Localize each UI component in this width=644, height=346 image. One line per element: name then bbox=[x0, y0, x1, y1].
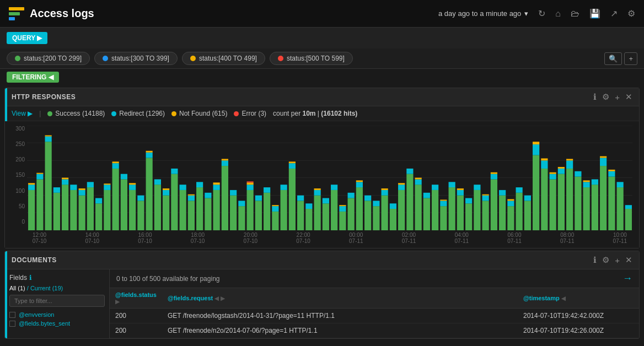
svg-rect-27 bbox=[87, 182, 94, 187]
svg-rect-162 bbox=[550, 174, 556, 180]
home-icon[interactable]: ⌂ bbox=[555, 9, 561, 19]
folder-icon[interactable]: 🗁 bbox=[571, 9, 579, 19]
svg-rect-141 bbox=[482, 196, 489, 201]
svg-rect-81 bbox=[272, 206, 278, 212]
svg-rect-45 bbox=[146, 151, 153, 153]
svg-rect-37 bbox=[121, 174, 127, 180]
svg-rect-177 bbox=[600, 166, 607, 230]
svg-rect-57 bbox=[188, 194, 195, 196]
svg-rect-51 bbox=[171, 174, 178, 230]
svg-rect-175 bbox=[592, 185, 598, 230]
chart-legend: View ▶ | Success (14188) Redirect (1296)… bbox=[5, 106, 639, 121]
filter-pill-200[interactable]: status:[200 TO 299] bbox=[7, 52, 90, 65]
svg-rect-74 bbox=[247, 182, 254, 185]
svg-rect-144 bbox=[491, 174, 497, 180]
legend-label-success: Success (14188) bbox=[55, 110, 105, 117]
fields-info-icon[interactable]: ℹ bbox=[29, 274, 32, 282]
svg-rect-14 bbox=[45, 136, 52, 142]
filter-pill-400[interactable]: status:[400 TO 499] bbox=[182, 52, 265, 65]
svg-rect-102 bbox=[348, 198, 355, 230]
svg-rect-158 bbox=[541, 169, 548, 230]
svg-rect-109 bbox=[373, 206, 379, 230]
table-body: 200 GET /freenode/logstash/2014-01-31/?p… bbox=[110, 309, 639, 338]
refresh-icon[interactable]: ↻ bbox=[538, 8, 545, 19]
cell-status-1: 200 bbox=[110, 323, 162, 338]
query-button[interactable]: QUERY ▶ bbox=[7, 32, 47, 44]
svg-rect-91 bbox=[305, 203, 312, 209]
field-item-bytes[interactable]: @fields.bytes_sent bbox=[9, 319, 105, 328]
svg-rect-75 bbox=[247, 181, 254, 182]
svg-rect-168 bbox=[566, 160, 573, 169]
x-label-5: 22:00 07-10 bbox=[291, 232, 316, 244]
svg-rect-143 bbox=[491, 179, 497, 230]
cell-timestamp-0: 2014-07-10T19:42:42.000Z bbox=[518, 309, 639, 323]
x-label-1: 14:00 07-10 bbox=[80, 232, 105, 244]
docs-expand-icon[interactable]: + bbox=[615, 256, 620, 265]
svg-rect-157 bbox=[533, 142, 539, 144]
data-table: @fields.status ▶ @fields.request ◀ ▶ @ti… bbox=[110, 288, 639, 338]
svg-rect-64 bbox=[213, 182, 220, 185]
svg-rect-149 bbox=[507, 201, 514, 206]
svg-rect-95 bbox=[323, 203, 329, 230]
svg-rect-49 bbox=[163, 190, 169, 196]
svg-rect-62 bbox=[213, 190, 220, 230]
pill-label-300: status:[300 TO 399] bbox=[111, 55, 169, 62]
svg-rect-118 bbox=[398, 183, 405, 185]
x-axis-labels: 12:00 07-10 14:00 07-10 16:00 07-10 18:0… bbox=[27, 232, 632, 246]
svg-rect-13 bbox=[45, 142, 52, 230]
svg-rect-96 bbox=[323, 198, 329, 204]
save-icon[interactable]: 💾 bbox=[589, 8, 600, 19]
share-icon[interactable]: ↗ bbox=[610, 8, 618, 19]
svg-rect-92 bbox=[314, 196, 321, 230]
svg-rect-38 bbox=[129, 190, 136, 230]
filter-bar: status:[200 TO 299] status:[300 TO 399] … bbox=[0, 48, 644, 69]
pagination-next-btn[interactable]: → bbox=[622, 273, 632, 284]
svg-rect-165 bbox=[558, 169, 565, 174]
svg-rect-34 bbox=[112, 163, 119, 169]
svg-rect-33 bbox=[112, 169, 119, 230]
filter-pill-300[interactable]: status:[300 TO 399] bbox=[94, 52, 178, 65]
docs-close-icon[interactable]: ✕ bbox=[625, 255, 632, 265]
table-row[interactable]: 200 GET /freenode/logstash/2014-01-31/?p… bbox=[110, 309, 639, 323]
svg-rect-93 bbox=[314, 190, 321, 196]
svg-rect-82 bbox=[272, 205, 278, 206]
field-item-envversion[interactable]: @envversion bbox=[9, 310, 105, 319]
time-range-selector[interactable]: a day ago to a minute ago ▾ bbox=[438, 9, 528, 18]
svg-rect-103 bbox=[348, 193, 355, 198]
svg-rect-29 bbox=[95, 198, 102, 204]
table-row[interactable]: 200 GET /freenode/n2o/2014-07-06/?page=1… bbox=[110, 323, 639, 338]
docs-settings-icon[interactable]: ⚙ bbox=[602, 255, 609, 265]
svg-rect-42 bbox=[137, 196, 144, 201]
svg-rect-172 bbox=[583, 187, 590, 230]
svg-rect-58 bbox=[196, 187, 203, 230]
filter-pill-500[interactable]: status:[500 TO 599] bbox=[270, 52, 353, 65]
docs-info-icon[interactable]: ℹ bbox=[593, 255, 597, 265]
svg-rect-111 bbox=[382, 196, 388, 230]
settings-panel-icon[interactable]: ⚙ bbox=[602, 92, 609, 102]
view-link[interactable]: View ▶ bbox=[12, 110, 33, 117]
legend-success: Success (14188) bbox=[47, 110, 105, 117]
logo-icon bbox=[9, 7, 24, 20]
field-checkbox-bytes[interactable] bbox=[9, 321, 15, 327]
pill-dot-yellow bbox=[190, 56, 196, 61]
fields-filter-input[interactable] bbox=[9, 295, 105, 307]
filter-search-btn[interactable]: 🔍 bbox=[604, 52, 622, 65]
close-icon[interactable]: ✕ bbox=[625, 92, 632, 102]
col-header-status[interactable]: @fields.status ▶ bbox=[110, 288, 162, 309]
svg-rect-50 bbox=[163, 188, 169, 190]
svg-rect-153 bbox=[524, 201, 531, 230]
svg-rect-9 bbox=[28, 183, 35, 185]
sort-icon-timestamp: ◀ bbox=[561, 295, 566, 301]
settings-icon[interactable]: ⚙ bbox=[627, 8, 635, 19]
svg-rect-54 bbox=[180, 185, 186, 190]
expand-icon[interactable]: + bbox=[615, 93, 620, 102]
col-header-timestamp[interactable]: @timestamp ◀ bbox=[518, 288, 639, 309]
col-header-request[interactable]: @fields.request ◀ ▶ bbox=[162, 288, 518, 309]
filtering-button[interactable]: FILTERING ◀ bbox=[7, 72, 59, 83]
x-label-8: 04:00 07-11 bbox=[449, 232, 474, 244]
svg-rect-122 bbox=[415, 179, 422, 185]
filter-add-btn[interactable]: + bbox=[624, 52, 637, 65]
field-checkbox-envversion[interactable] bbox=[9, 312, 15, 318]
info-icon[interactable]: ℹ bbox=[593, 92, 597, 102]
svg-rect-15 bbox=[45, 136, 52, 137]
